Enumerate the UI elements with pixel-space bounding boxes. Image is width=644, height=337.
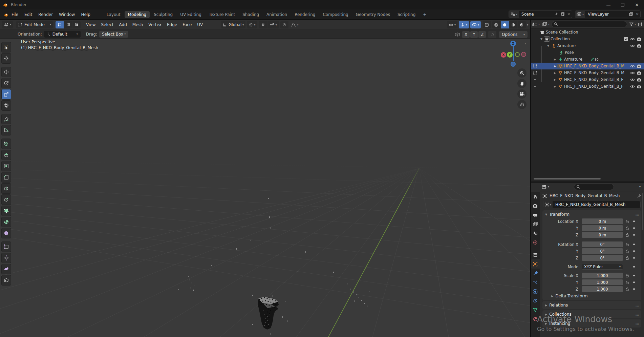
tab-material[interactable] (531, 314, 540, 323)
outliner-editor-type-button[interactable]: ▾ (532, 22, 540, 26)
shading-rendered-button[interactable] (518, 21, 526, 28)
menu-face[interactable]: Face (180, 22, 194, 27)
menu-view[interactable]: View (83, 22, 98, 27)
tab-particles[interactable] (531, 278, 540, 287)
tool-transform[interactable] (1, 100, 11, 111)
options-dropdown[interactable]: Options▾ (499, 31, 528, 38)
new-scene-icon[interactable] (559, 12, 566, 16)
show-gizmo-toggle[interactable]: ▾ (459, 21, 469, 28)
tab-view-layer[interactable] (531, 219, 540, 229)
animate-dot[interactable] (631, 250, 637, 252)
gizmo-axis-y[interactable]: Y (507, 52, 513, 58)
render-camera-toggle[interactable] (637, 71, 641, 75)
vertex-select-mode-button[interactable] (56, 21, 64, 28)
viewport-canvas[interactable] (0, 39, 530, 337)
panel-grip[interactable]: :::: (636, 313, 639, 316)
outliner-row-mesh-2[interactable]: ▶ HRC_F_NKD_Body_Genital_B_M (531, 69, 644, 76)
render-camera-toggle[interactable] (637, 84, 641, 89)
panel-grip[interactable]: :::: (636, 322, 639, 325)
menu-help[interactable]: Help (78, 9, 93, 20)
animate-dot[interactable] (631, 281, 637, 283)
tab-world[interactable] (531, 238, 540, 247)
menu-window[interactable]: Window (56, 9, 78, 20)
animate-dot[interactable] (631, 275, 637, 276)
tool-extrude-region[interactable] (1, 150, 11, 160)
pan-hand-button[interactable] (517, 79, 527, 88)
scene-browse-icon[interactable]: ▾ (509, 11, 519, 18)
outliner-row-mesh-4[interactable]: ▶ HRC_F_NKD_Body_Genital_B_F (531, 83, 644, 90)
shading-dropdown[interactable]: ▾ (527, 23, 528, 26)
scene-name[interactable]: Scene (519, 12, 553, 17)
outliner-filter-button[interactable]: ▾ (629, 22, 636, 26)
exclude-checkbox[interactable] (624, 37, 628, 41)
hide-eye-toggle[interactable] (630, 64, 635, 68)
tab-object[interactable] (531, 259, 540, 269)
rotation-x-field[interactable]: 0° (582, 241, 623, 247)
expander-icon[interactable]: ▼ (539, 38, 544, 41)
tool-spin[interactable] (1, 217, 11, 227)
navigation-gizmo[interactable]: Z X Y (500, 40, 528, 69)
tab-scripting[interactable]: Scripting (394, 11, 419, 18)
lock-icon[interactable] (623, 249, 631, 253)
camera-view-button[interactable] (517, 89, 527, 99)
object-id-icon[interactable]: ▾ (543, 201, 553, 208)
tool-knife[interactable] (1, 194, 11, 205)
outliner-row-collection[interactable]: ▼ Collection (531, 36, 644, 42)
shading-solid-button[interactable] (501, 21, 509, 28)
tab-geometry-nodes[interactable]: Geometry Nodes (352, 11, 393, 18)
rotation-z-field[interactable]: 0° (582, 255, 623, 261)
hide-eye-toggle[interactable] (630, 78, 635, 82)
tool-cursor[interactable] (1, 53, 11, 64)
menu-mesh[interactable]: Mesh (130, 22, 146, 27)
shading-material-button[interactable] (509, 21, 517, 28)
orientation-default-dropdown[interactable]: Default▾ (44, 31, 81, 38)
gizmo-axis-y-neg[interactable] (515, 52, 520, 57)
new-collection-button[interactable] (638, 22, 643, 26)
tab-object-data[interactable] (531, 305, 540, 314)
relations-panel-header[interactable]: ▶Relations:::: (542, 302, 641, 309)
tab-animation[interactable]: Animation (263, 11, 291, 18)
ortho-grid-button[interactable] (517, 100, 527, 109)
snap-base-icon[interactable] (488, 31, 496, 38)
gizmo-axis-z[interactable]: Z (510, 41, 516, 46)
tool-poly-build[interactable] (1, 206, 11, 216)
proportional-falloff-dropdown[interactable]: ▾ (289, 21, 300, 28)
object-visibility-dropdown[interactable]: ▾ (447, 21, 457, 28)
shading-wireframe-button[interactable] (492, 21, 500, 28)
tool-bevel[interactable] (1, 172, 11, 183)
tab-texture-paint[interactable]: Texture Paint (206, 11, 238, 18)
sidebar-collapse-icon[interactable]: ‹ (525, 41, 526, 46)
hide-eye-toggle[interactable] (630, 37, 635, 41)
scale-x-field[interactable]: 1.000 (582, 273, 623, 278)
collections-panel-header[interactable]: ▶Collections:::: (542, 311, 641, 318)
pin-id-icon[interactable] (637, 194, 641, 198)
tool-measure[interactable] (1, 125, 11, 135)
tab-render[interactable] (531, 201, 540, 210)
location-z-field[interactable]: 0 m (582, 232, 623, 238)
animate-dot[interactable] (631, 244, 637, 245)
outliner-row-pose[interactable]: Pose (531, 49, 644, 56)
mirror-x-toggle[interactable]: X (462, 31, 470, 38)
tool-rip-region[interactable] (1, 275, 11, 286)
lock-icon[interactable] (623, 287, 631, 291)
remove-viewlayer-icon[interactable]: ✕ (634, 12, 640, 17)
maximize-button[interactable] (616, 0, 630, 9)
expander-icon[interactable]: ▶ (553, 85, 557, 88)
rotation-y-field[interactable]: 0° (582, 248, 623, 254)
viewlayer-browse-icon[interactable]: ▾ (575, 11, 585, 18)
lock-icon[interactable] (623, 280, 631, 285)
gizmo-axis-x-neg[interactable] (521, 52, 526, 57)
tool-shear[interactable] (1, 264, 11, 274)
render-camera-toggle[interactable] (637, 64, 641, 68)
tool-move[interactable] (1, 67, 11, 77)
gizmo-axis-x[interactable]: X (501, 52, 506, 58)
tab-collection[interactable] (531, 250, 540, 259)
minimize-button[interactable]: — (601, 0, 616, 9)
tab-modeling[interactable]: Modeling (125, 11, 150, 18)
snap-settings-dropdown[interactable]: ▾ (267, 21, 279, 28)
menu-vertex[interactable]: Vertex (146, 22, 164, 27)
tool-annotate[interactable] (1, 114, 11, 124)
orientation-dropdown[interactable]: Global▾ (221, 21, 245, 28)
render-camera-toggle[interactable] (637, 78, 641, 82)
add-workspace-button[interactable]: + (420, 11, 430, 18)
